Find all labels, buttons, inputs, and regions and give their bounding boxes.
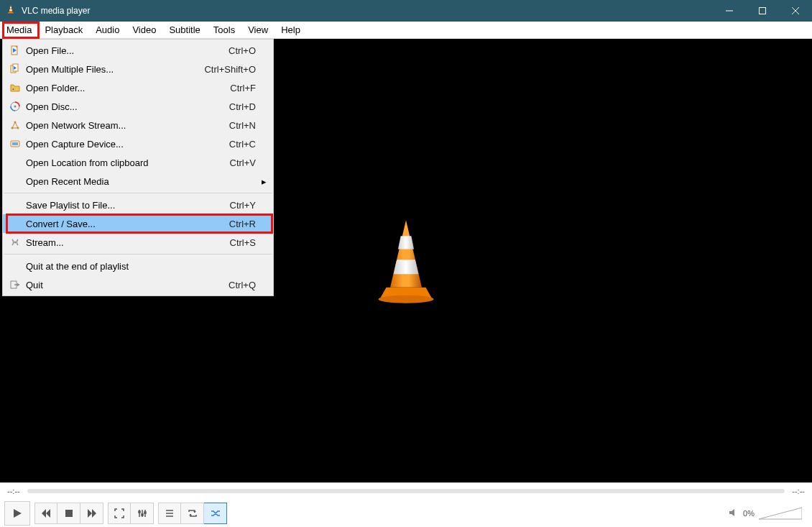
menubar-item-view[interactable]: View xyxy=(241,22,274,38)
menu-separator xyxy=(4,254,272,255)
menu-item-shortcut: Ctrl+D xyxy=(229,101,260,112)
menu-item-label: Quit at the end of playlist xyxy=(23,261,256,272)
svg-marker-49 xyxy=(759,508,802,519)
menubar-item-video[interactable]: Video xyxy=(126,22,162,38)
svg-marker-46 xyxy=(193,511,196,513)
menu-item-label: Open Location from clipboard xyxy=(23,157,230,168)
menu-item-label: Save Playlist to File... xyxy=(23,200,230,211)
menu-item-label: Open File... xyxy=(23,45,229,56)
svg-rect-40 xyxy=(139,511,140,513)
time-elapsed: --:-- xyxy=(7,487,20,495)
stop-button[interactable] xyxy=(57,503,80,524)
menu-item-label: Open Network Stream... xyxy=(23,120,229,131)
menubar-item-audio[interactable]: Audio xyxy=(89,22,126,38)
menu-item-label: Open Disc... xyxy=(23,101,229,112)
menu-item-shortcut: Ctrl+C xyxy=(229,139,260,150)
svg-marker-30 xyxy=(17,283,19,287)
menu-item-open-folder[interactable]: Open Folder...Ctrl+F xyxy=(3,78,273,97)
time-remaining: --:-- xyxy=(792,487,805,495)
svg-rect-42 xyxy=(144,512,146,513)
menu-item-open-network-stream[interactable]: Open Network Stream...Ctrl+N xyxy=(3,116,273,134)
menubar: MediaPlaybackAudioVideoSubtitleToolsView… xyxy=(0,22,812,39)
next-button[interactable] xyxy=(80,503,103,524)
stream-icon xyxy=(7,237,23,248)
menu-separator xyxy=(4,193,272,193)
svg-point-27 xyxy=(14,242,17,244)
menubar-item-help[interactable]: Help xyxy=(274,22,307,38)
volume-slider[interactable] xyxy=(759,506,802,521)
svg-marker-48 xyxy=(729,509,734,516)
vlc-cone-icon xyxy=(6,4,16,17)
menu-item-open-capture-device[interactable]: Open Capture Device...Ctrl+C xyxy=(3,134,273,153)
files-icon xyxy=(7,63,23,75)
quit-icon xyxy=(7,279,23,290)
menu-item-open-file[interactable]: Open File...Ctrl+O xyxy=(3,41,273,60)
menu-item-open-recent-media[interactable]: Open Recent Media▸ xyxy=(3,172,273,191)
svg-rect-5 xyxy=(760,8,766,14)
menu-item-shortcut: Ctrl+Q xyxy=(229,280,260,290)
menu-item-shortcut: Ctrl+S xyxy=(230,237,260,248)
menu-item-open-multiple-files[interactable]: Open Multiple Files...Ctrl+Shift+O xyxy=(3,60,273,78)
close-button[interactable] xyxy=(779,0,812,22)
menu-item-shortcut: Ctrl+Y xyxy=(230,200,260,211)
window-title: VLC media player xyxy=(22,6,90,16)
previous-button[interactable] xyxy=(34,503,57,524)
svg-marker-8 xyxy=(390,220,422,288)
menu-item-shortcut: Ctrl+N xyxy=(229,120,260,131)
svg-marker-0 xyxy=(9,5,13,12)
loop-button[interactable] xyxy=(181,503,204,524)
menu-item-convert-save[interactable]: Convert / Save...Ctrl+R xyxy=(3,214,273,233)
file-icon xyxy=(7,45,23,56)
fullscreen-button[interactable] xyxy=(108,503,131,524)
menu-item-quit-at-the-end-of-playlist[interactable]: Quit at the end of playlist xyxy=(3,257,273,275)
seek-slider[interactable] xyxy=(27,489,785,493)
svg-rect-41 xyxy=(142,514,143,515)
menubar-item-tools[interactable]: Tools xyxy=(207,22,241,38)
network-icon xyxy=(7,119,23,131)
shuffle-button[interactable] xyxy=(204,503,227,524)
menu-item-stream[interactable]: Stream...Ctrl+S xyxy=(3,233,273,252)
media-menu-dropdown: Open File...Ctrl+OOpen Multiple Files...… xyxy=(2,39,274,296)
menu-item-shortcut: Ctrl+O xyxy=(229,45,260,56)
svg-marker-15 xyxy=(13,48,17,52)
minimize-button[interactable] xyxy=(713,0,746,22)
mute-icon[interactable] xyxy=(729,508,739,519)
folder-icon xyxy=(7,82,23,93)
menu-item-shortcut: Ctrl+V xyxy=(230,157,260,168)
menu-item-label: Convert / Save... xyxy=(23,219,229,229)
menu-item-save-playlist-to-file[interactable]: Save Playlist to File...Ctrl+Y xyxy=(3,196,273,214)
menu-item-label: Open Multiple Files... xyxy=(23,64,204,75)
extended-settings-button[interactable] xyxy=(131,503,154,524)
svg-marker-32 xyxy=(42,509,46,518)
menubar-item-subtitle[interactable]: Subtitle xyxy=(162,22,206,38)
submenu-arrow-icon: ▸ xyxy=(260,176,267,187)
menubar-item-media[interactable]: Media xyxy=(0,22,38,38)
playlist-button[interactable] xyxy=(158,503,181,524)
svg-rect-1 xyxy=(8,12,13,13)
capture-icon xyxy=(7,138,23,150)
play-button[interactable] xyxy=(4,501,30,526)
svg-marker-33 xyxy=(46,509,50,518)
menu-item-quit[interactable]: QuitCtrl+Q xyxy=(3,275,273,294)
svg-marker-31 xyxy=(14,509,22,518)
bottom-controls: --:-- --:-- xyxy=(0,482,812,527)
svg-point-12 xyxy=(379,295,434,303)
menu-item-label: Quit xyxy=(23,280,229,290)
svg-point-21 xyxy=(14,106,17,108)
maximize-button[interactable] xyxy=(746,0,779,22)
svg-marker-9 xyxy=(398,236,414,249)
menu-item-shortcut: Ctrl+Shift+O xyxy=(204,64,260,75)
svg-marker-2 xyxy=(10,7,11,9)
titlebar: VLC media player xyxy=(0,0,812,22)
menu-item-label: Open Capture Device... xyxy=(23,139,229,150)
menu-item-open-location-from-clipboard[interactable]: Open Location from clipboardCtrl+V xyxy=(3,153,273,172)
menu-item-label: Stream... xyxy=(23,237,230,248)
menu-item-label: Open Recent Media xyxy=(23,176,256,187)
svg-marker-10 xyxy=(394,260,419,274)
menu-item-label: Open Folder... xyxy=(23,83,230,93)
volume-percent: 0% xyxy=(743,509,755,518)
menubar-item-playback[interactable]: Playback xyxy=(38,22,89,38)
disc-icon xyxy=(7,101,23,112)
menu-item-open-disc[interactable]: Open Disc...Ctrl+D xyxy=(3,97,273,116)
svg-marker-35 xyxy=(88,509,92,518)
